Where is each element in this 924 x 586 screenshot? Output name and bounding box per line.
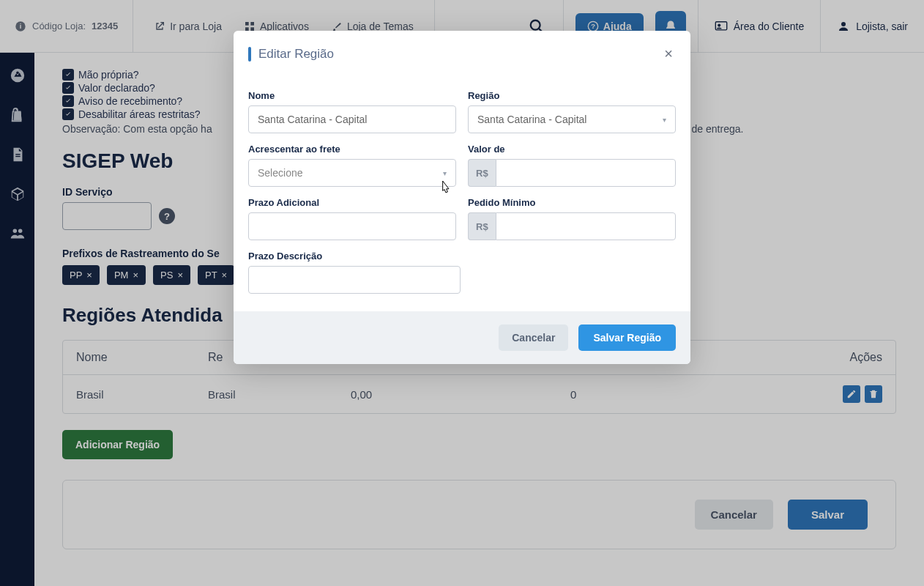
regiao-select[interactable]: Santa Catarina - Capital ▾ — [468, 105, 676, 133]
modal-cancel-button[interactable]: Cancelar — [499, 324, 568, 351]
pedido-minimo-group: R$ — [468, 212, 676, 240]
valor-de-input[interactable] — [496, 159, 676, 187]
currency-prefix: R$ — [468, 212, 496, 240]
valor-de-group: R$ — [468, 159, 676, 187]
modal-body: Nome Região Santa Catarina - Capital ▾ A… — [234, 77, 690, 311]
label-pedido-minimo: Pedido Mínimo — [468, 197, 676, 208]
label-regiao: Região — [468, 90, 676, 101]
label-prazo-descricao: Prazo Descrição — [248, 251, 461, 262]
label-nome: Nome — [248, 90, 456, 101]
modal-footer: Cancelar Salvar Região — [234, 311, 690, 364]
regiao-selected: Santa Catarina - Capital — [477, 114, 586, 125]
acrescentar-select[interactable]: Selecione ▾ — [248, 159, 456, 187]
modal-title-bar — [248, 47, 251, 62]
label-acrescentar: Acrescentar ao frete — [248, 144, 456, 155]
label-prazo-adicional: Prazo Adicional — [248, 197, 456, 208]
acrescentar-placeholder: Selecione — [258, 167, 303, 179]
modal-title-wrap: Editar Região — [248, 47, 334, 62]
currency-prefix: R$ — [468, 159, 496, 187]
modal-overlay[interactable]: Editar Região × Nome Região Santa Catari… — [0, 0, 924, 586]
label-valor-de: Valor de — [468, 144, 676, 155]
modal-title: Editar Região — [258, 47, 334, 62]
prazo-adicional-input[interactable] — [248, 212, 456, 240]
modal-save-button[interactable]: Salvar Região — [578, 324, 676, 351]
chevron-down-icon: ▾ — [663, 116, 666, 124]
chevron-down-icon: ▾ — [443, 169, 447, 177]
close-icon[interactable]: × — [661, 42, 676, 65]
modal: Editar Região × Nome Região Santa Catari… — [234, 31, 690, 364]
pedido-minimo-input[interactable] — [496, 212, 676, 240]
modal-header: Editar Região × — [234, 31, 690, 77]
prazo-descricao-input[interactable] — [248, 266, 461, 294]
nome-input[interactable] — [248, 105, 456, 133]
